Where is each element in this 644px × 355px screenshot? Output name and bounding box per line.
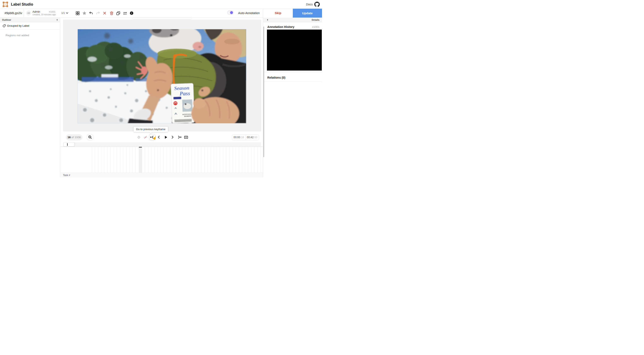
add-keypoint-button[interactable] bbox=[136, 134, 142, 140]
timeline-tick bbox=[142, 147, 142, 173]
next-keyframe-button[interactable] bbox=[176, 134, 182, 140]
timeline-tick bbox=[251, 147, 252, 173]
time-display: 00:00:16 00:42:00 bbox=[232, 134, 259, 140]
page-title: Label Studio bbox=[11, 0, 33, 9]
annotation-history-id: #1001 bbox=[312, 25, 320, 28]
timeline-tick bbox=[117, 147, 117, 173]
auto-annotation-toggle[interactable] bbox=[227, 10, 234, 15]
reset-annotation-button[interactable] bbox=[102, 10, 108, 16]
content-scrollbar[interactable] bbox=[263, 26, 264, 157]
timeline-tick bbox=[98, 147, 98, 173]
outliner-title: Outliner bbox=[2, 19, 11, 21]
duplicate-annotation-button[interactable] bbox=[115, 10, 121, 16]
details-title: Details bbox=[312, 19, 320, 21]
undo-button[interactable] bbox=[88, 10, 94, 16]
timeline-playhead-bar bbox=[139, 147, 142, 147]
annotation-toolbar: #9pb8Lgs2iv AD Admin created, 19 minutes… bbox=[0, 9, 322, 17]
timeline-tick bbox=[186, 147, 186, 173]
outliner-header: Outliner bbox=[0, 17, 60, 22]
divider bbox=[263, 81, 322, 82]
timeline-tick bbox=[129, 147, 130, 173]
timeline-tick bbox=[239, 147, 239, 173]
timeline-tick bbox=[139, 147, 139, 173]
timeline-tick bbox=[114, 147, 114, 173]
github-icon[interactable] bbox=[314, 2, 320, 7]
timeline-tick bbox=[248, 147, 248, 173]
timeline-tick bbox=[136, 147, 136, 173]
timeline-tick bbox=[132, 147, 132, 173]
timeline-tick bbox=[92, 147, 92, 173]
grid-view-button[interactable] bbox=[75, 10, 80, 16]
time-duration[interactable]: 00:42:00 bbox=[246, 135, 259, 140]
timeline-tick bbox=[123, 147, 123, 173]
task-footer: Task # bbox=[60, 173, 263, 177]
timeline-playhead[interactable] bbox=[139, 147, 142, 173]
task-id[interactable]: #9pb8Lgs2iv bbox=[0, 9, 24, 17]
toggle-interpolation-button[interactable] bbox=[142, 134, 148, 140]
timeline-tick bbox=[223, 147, 223, 173]
timeline-tick bbox=[195, 147, 195, 173]
timeline-tick bbox=[226, 147, 226, 173]
seek-handle[interactable] bbox=[63, 142, 74, 146]
annotation-id: #1001 bbox=[49, 10, 56, 13]
timeline-tick bbox=[154, 147, 154, 173]
relations-title: Relations (0) bbox=[267, 74, 285, 81]
timeline-tick bbox=[245, 147, 245, 173]
regions-empty-text: Regions not added bbox=[6, 34, 60, 37]
time-duration-main: 00:42 bbox=[247, 136, 254, 139]
group-by-label-text: Grouped by Label bbox=[7, 22, 29, 29]
chevron-down-icon[interactable] bbox=[66, 11, 69, 15]
timeline-tick bbox=[145, 147, 145, 173]
redo-button[interactable] bbox=[95, 10, 101, 16]
timeline-tick bbox=[160, 147, 161, 173]
timeline-tick bbox=[110, 147, 111, 173]
docs-link[interactable]: Docs bbox=[306, 0, 313, 9]
expand-right-icon[interactable] bbox=[266, 19, 269, 21]
tooltip: Go to previous keyframe bbox=[134, 127, 168, 132]
timeline-tick bbox=[208, 147, 208, 173]
group-by-label-control[interactable]: Grouped by Label bbox=[0, 22, 60, 29]
delete-annotation-button[interactable] bbox=[109, 10, 114, 16]
zoom-in-button[interactable] bbox=[87, 134, 93, 140]
annotation-created-timestamp: created, 19 minutes ago bbox=[32, 13, 56, 16]
frame-counter[interactable]: 16 of 1008 bbox=[66, 134, 82, 140]
floating-toolbar-edge bbox=[132, 17, 192, 19]
next-frame-button[interactable] bbox=[170, 134, 176, 140]
star-ground-truth-button[interactable] bbox=[82, 10, 87, 16]
skip-button[interactable]: Skip bbox=[263, 9, 293, 17]
timeline-tick bbox=[148, 147, 148, 173]
annotation-history-title: Annotation History bbox=[267, 25, 294, 28]
time-position[interactable]: 00:00:16 bbox=[232, 135, 246, 140]
timeline-tick bbox=[217, 147, 217, 173]
timeline-tick bbox=[182, 147, 183, 173]
info-button[interactable] bbox=[129, 10, 134, 16]
timeline-tick bbox=[101, 147, 101, 173]
frame-total: 1008 bbox=[74, 136, 81, 139]
timeline-tick bbox=[242, 147, 242, 173]
timeline-tick bbox=[108, 147, 108, 173]
update-button[interactable]: Update bbox=[293, 9, 322, 17]
settings-sliders-button[interactable] bbox=[122, 10, 128, 16]
annotation-history-thumbnail[interactable] bbox=[267, 29, 322, 70]
play-button[interactable] bbox=[162, 134, 169, 140]
timeline-tick bbox=[126, 147, 126, 173]
time-position-frames: :16 bbox=[240, 136, 244, 139]
timeline-tick bbox=[201, 147, 202, 173]
annotator-name: Admin bbox=[32, 10, 40, 13]
collapse-timeline-button[interactable] bbox=[183, 134, 189, 140]
seek-track[interactable] bbox=[64, 142, 261, 146]
timeline-tick bbox=[232, 147, 233, 173]
details-header: Details bbox=[263, 17, 322, 22]
timeline-tick bbox=[173, 147, 173, 173]
collapse-left-icon[interactable] bbox=[56, 19, 58, 21]
timeline-tick bbox=[210, 147, 211, 173]
timeline-tick bbox=[192, 147, 192, 173]
annotator-avatar[interactable]: AD bbox=[26, 11, 31, 15]
video-frame[interactable]: Season Pass RATATOUILLE BOWERS bbox=[78, 29, 246, 123]
timeline-tick bbox=[164, 147, 164, 173]
timeline-grid[interactable] bbox=[60, 147, 263, 173]
season-pass-card: Season Pass RATATOUILLE BOWERS bbox=[171, 83, 195, 123]
divider bbox=[263, 72, 322, 72]
timeline-tick bbox=[179, 147, 180, 173]
mouse-cursor-pointer: ☝ bbox=[152, 136, 157, 140]
